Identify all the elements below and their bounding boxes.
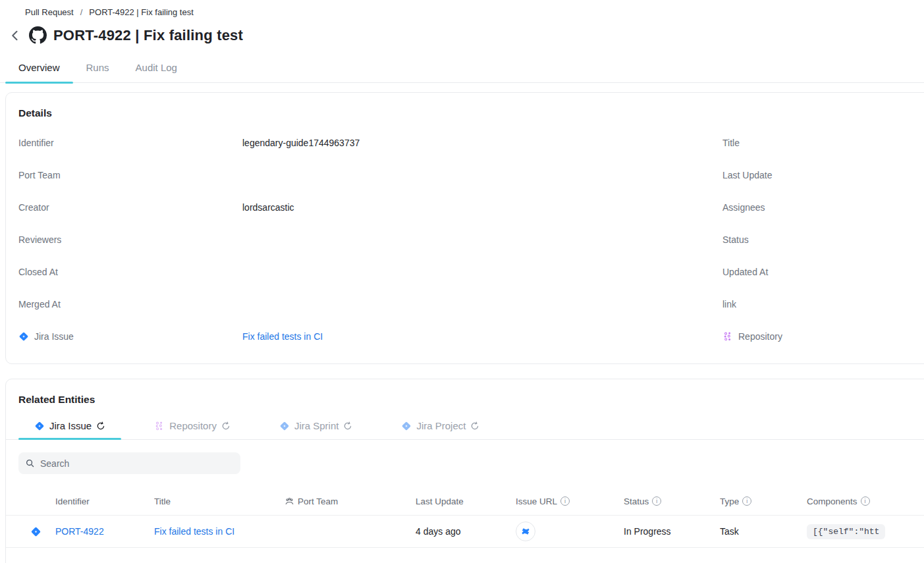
related-entities-card: Related Entities Jira Issue Repository J…	[5, 379, 924, 563]
cell-status: In Progress	[624, 526, 720, 537]
table-row[interactable]: PORT-4922 Fix failed tests in CI 4 days …	[6, 515, 924, 548]
header-identifier[interactable]: Identifier	[55, 496, 154, 506]
github-icon	[9, 7, 20, 17]
search-box[interactable]	[18, 452, 240, 474]
info-icon[interactable]: i	[742, 496, 751, 506]
team-icon	[285, 496, 294, 506]
explore-icon[interactable]	[221, 421, 231, 431]
details-row: Closed At Updated At	[18, 267, 924, 299]
header-issue-url[interactable]: Issue URLi	[516, 496, 624, 506]
tab-runs[interactable]: Runs	[73, 61, 122, 82]
cell-entity-icon	[6, 526, 55, 537]
field-label-assignees: Assignees	[722, 202, 924, 213]
breadcrumb-separator: /	[79, 7, 84, 17]
page-title: PORT-4922 | Fix failing test	[53, 27, 243, 44]
details-row: Creator lordsarcastic Assignees	[18, 202, 924, 234]
tab-jira-sprint[interactable]: Jira Sprint	[263, 417, 369, 439]
details-grid: Identifier legendary-guide1744963737 Tit…	[6, 138, 924, 363]
page-header: PORT-4922 | Fix failing test	[8, 26, 243, 44]
breadcrumb-root[interactable]: Pull Request	[25, 7, 74, 17]
github-icon	[29, 26, 47, 44]
issue-url-favicon-badge[interactable]	[516, 522, 535, 541]
breadcrumb: Pull Request / PORT-4922 | Fix failing t…	[9, 7, 194, 17]
table-header-row: Identifier Title Port Team Last Update I…	[6, 487, 924, 515]
cell-type: Task	[720, 526, 807, 537]
cell-components: [{"self":"htt	[807, 524, 924, 539]
explore-icon[interactable]	[470, 421, 479, 431]
details-row: Jira Issue Fix failed tests in CI Reposi…	[18, 331, 924, 363]
related-entities-heading: Related Entities	[6, 379, 924, 406]
jira-icon	[30, 526, 41, 537]
header-last-update[interactable]: Last Update	[416, 496, 516, 506]
title-link[interactable]: Fix failed tests in CI	[154, 526, 234, 537]
tab-audit-log[interactable]: Audit Log	[122, 61, 190, 82]
field-label-identifier: Identifier	[18, 138, 242, 148]
field-value-jira-issue: Fix failed tests in CI	[242, 331, 722, 342]
explore-icon[interactable]	[96, 421, 105, 431]
details-row: Port Team Last Update	[18, 170, 924, 202]
info-icon[interactable]: i	[560, 496, 570, 506]
field-value-identifier: legendary-guide1744963737	[242, 138, 722, 148]
related-entities-table: Identifier Title Port Team Last Update I…	[6, 487, 924, 548]
details-row: Merged At link	[18, 299, 924, 331]
jira-icon	[34, 421, 45, 431]
details-row: Identifier legendary-guide1744963737 Tit…	[18, 138, 924, 170]
cell-identifier: PORT-4922	[55, 526, 154, 537]
field-label-reviewers: Reviewers	[18, 234, 242, 245]
breadcrumb-current: PORT-4922 | Fix failing test	[89, 7, 193, 17]
field-label-link: link	[722, 299, 924, 309]
header-title[interactable]: Title	[154, 496, 285, 506]
search-icon	[25, 458, 35, 468]
field-label-jira-issue: Jira Issue	[18, 331, 242, 342]
tab-jira-issue[interactable]: Jira Issue	[18, 417, 121, 439]
field-label-repository: Repository	[722, 331, 924, 342]
tab-repository[interactable]: Repository	[138, 417, 246, 439]
field-label-creator: Creator	[18, 202, 242, 213]
field-label-merged-at: Merged At	[18, 299, 242, 309]
repository-icon	[154, 421, 165, 431]
header-components[interactable]: Componentsi	[807, 496, 924, 506]
cell-title: Fix failed tests in CI	[154, 526, 285, 537]
field-label-title: Title	[722, 138, 924, 148]
main-tabs: Overview Runs Audit Log	[0, 61, 924, 83]
components-json-chip[interactable]: [{"self":"htt	[807, 524, 885, 539]
header-status[interactable]: Statusi	[624, 496, 720, 506]
tab-overview[interactable]: Overview	[5, 61, 73, 82]
tab-jira-project[interactable]: Jira Project	[385, 417, 495, 439]
field-label-closed-at: Closed At	[18, 267, 242, 277]
field-label-port-team: Port Team	[18, 170, 242, 180]
info-icon[interactable]: i	[652, 496, 661, 506]
details-row: Reviewers Status	[18, 234, 924, 267]
header-type[interactable]: Typei	[720, 496, 807, 506]
field-value-creator: lordsarcastic	[242, 202, 722, 213]
field-label-updated-at: Updated At	[722, 267, 924, 277]
field-label-status: Status	[722, 234, 924, 245]
details-card: Details Identifier legendary-guide174496…	[5, 92, 924, 364]
jira-light-icon	[401, 421, 412, 431]
jira-icon	[18, 331, 29, 342]
identifier-link[interactable]: PORT-4922	[55, 526, 104, 537]
details-heading: Details	[6, 93, 924, 119]
jira-light-icon	[279, 421, 290, 431]
repository-icon	[722, 331, 733, 342]
search-input[interactable]	[40, 458, 234, 469]
related-entity-tabs: Jira Issue Repository Jira Sprint Jira P…	[6, 417, 924, 440]
explore-icon[interactable]	[343, 421, 352, 431]
jira-issue-link[interactable]: Fix failed tests in CI	[242, 331, 323, 342]
cell-last-update: 4 days ago	[416, 526, 516, 537]
header-port-team[interactable]: Port Team	[285, 496, 416, 506]
cell-issue-url	[516, 522, 624, 541]
jira-favicon-icon	[520, 526, 531, 537]
field-label-last-update: Last Update	[722, 170, 924, 180]
back-button[interactable]	[8, 28, 22, 43]
info-icon[interactable]: i	[861, 496, 870, 506]
